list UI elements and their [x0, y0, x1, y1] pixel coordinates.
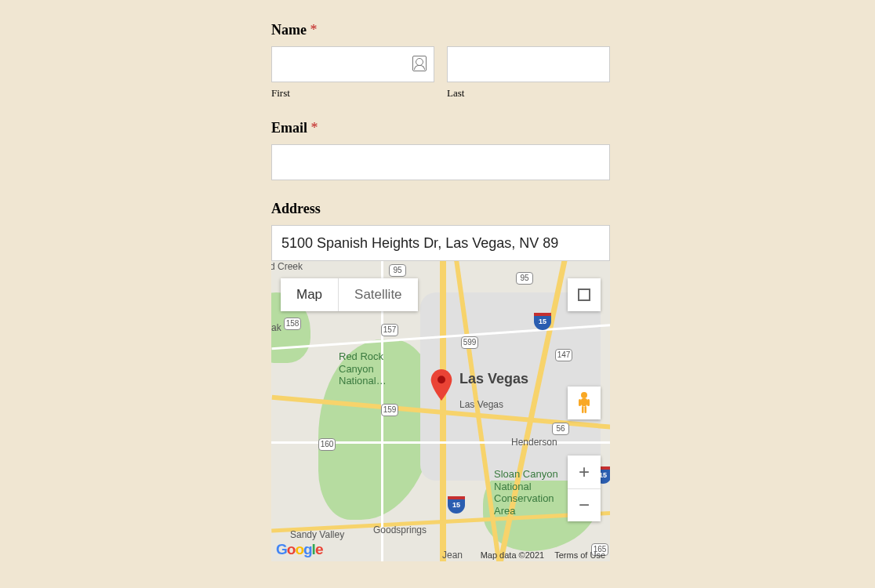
svg-point-0	[438, 376, 445, 383]
interstate-shield: 15	[534, 313, 551, 330]
map-label-lasvegas: Las Vegas	[459, 371, 528, 387]
first-sublabel: First	[271, 87, 434, 100]
fullscreen-button[interactable]	[568, 278, 601, 311]
last-sublabel: Last	[447, 87, 610, 100]
route-shield: 95	[389, 264, 406, 277]
email-input[interactable]	[271, 144, 610, 180]
address-field: Address d Creek 95 95 158 157 599 147 15…	[271, 201, 610, 561]
zoom-in-button[interactable]: +	[568, 456, 601, 488]
map-label-creek: d Creek	[271, 261, 303, 272]
map-label: ak	[271, 322, 281, 333]
terms-link[interactable]: Terms of Use	[554, 550, 605, 560]
route-shield: 147	[555, 349, 572, 361]
svg-rect-5	[582, 406, 584, 413]
first-name-input[interactable]	[271, 46, 434, 82]
map-type-map-button[interactable]: Map	[281, 278, 338, 311]
address-label: Address	[271, 201, 610, 217]
last-name-input[interactable]	[447, 46, 610, 82]
route-shield: 160	[318, 438, 336, 451]
map-marker-icon[interactable]	[430, 369, 452, 391]
route-shield: 158	[284, 318, 301, 330]
svg-rect-3	[579, 399, 581, 406]
required-indicator: *	[310, 22, 317, 38]
name-label: Name *	[271, 22, 610, 38]
streetview-pegman-button[interactable]	[568, 387, 601, 419]
route-shield: 159	[381, 404, 398, 416]
map-label-sloan: Sloan Canyon National Conservation Area	[494, 468, 558, 517]
route-shield: 95	[516, 272, 533, 285]
email-label: Email *	[271, 120, 610, 136]
svg-rect-2	[581, 398, 587, 406]
map-widget[interactable]: d Creek 95 95 158 157 599 147 159 160 56…	[271, 261, 610, 561]
route-shield: 157	[381, 324, 398, 336]
pegman-icon	[575, 391, 593, 415]
zoom-out-button[interactable]: −	[568, 488, 601, 522]
svg-rect-6	[585, 406, 587, 413]
google-logo: Google	[276, 541, 322, 558]
map-label-goodsprings: Goodsprings	[373, 524, 427, 535]
zoom-control: + −	[568, 456, 601, 521]
svg-rect-4	[587, 399, 590, 406]
map-label-jean: Jean	[442, 550, 463, 561]
email-field: Email *	[271, 120, 610, 180]
map-label-henderson: Henderson	[511, 437, 557, 448]
map-data-attribution: Map data ©2021	[481, 550, 545, 560]
map-attribution: Map data ©2021 Terms of Use	[473, 550, 605, 560]
required-indicator: *	[311, 120, 318, 136]
interstate-shield: 15	[448, 496, 465, 514]
map-type-control: Map Satellite	[281, 278, 418, 311]
address-input[interactable]	[271, 225, 610, 261]
map-label-redrock: Red Rock Canyon National…	[339, 350, 387, 387]
name-field: Name * First Last	[271, 22, 610, 100]
svg-point-1	[581, 392, 587, 398]
map-type-satellite-button[interactable]: Satellite	[338, 278, 417, 311]
map-label-sandy: Sandy Valley	[290, 529, 344, 540]
contact-card-icon	[412, 56, 427, 71]
route-shield: 56	[552, 423, 569, 435]
fullscreen-icon	[578, 289, 590, 301]
map-label-lasvegas-small: Las Vegas	[459, 399, 503, 410]
route-shield: 599	[461, 336, 478, 349]
